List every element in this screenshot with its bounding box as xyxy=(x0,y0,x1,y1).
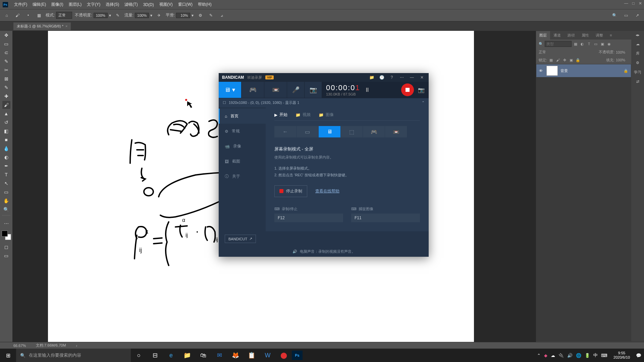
start-button[interactable]: ⊞ xyxy=(0,349,16,362)
taskview-icon[interactable]: ⊟ xyxy=(147,349,163,362)
move-tool[interactable]: ✥ xyxy=(2,31,10,39)
folder-icon[interactable]: 📁 xyxy=(368,75,375,80)
zoom-level[interactable]: 66.67% xyxy=(13,344,26,348)
menu-file[interactable]: 文件(F) xyxy=(11,2,30,7)
photoshop-taskbar-icon[interactable]: Ps xyxy=(292,351,303,360)
filter-shape-icon[interactable]: ▭ xyxy=(593,41,598,47)
mode-game-capture[interactable]: 🎮 xyxy=(363,126,385,137)
filter-toggle-icon[interactable]: ◉ xyxy=(606,41,612,47)
tray-pink-icon[interactable]: ◆ xyxy=(544,353,547,358)
stamp-tool[interactable]: ▲ xyxy=(2,110,10,118)
layer-visibility-icon[interactable]: 👁 xyxy=(539,69,544,73)
fill-value[interactable]: 100% xyxy=(616,58,629,62)
document-tab[interactable]: 未标题-1 @ 66.7%(RGB/8) * × xyxy=(13,22,71,30)
type-tool[interactable]: T xyxy=(2,171,10,179)
hand-tool[interactable]: ✋ xyxy=(2,197,10,205)
zoom-tool[interactable]: 🔍 xyxy=(2,205,10,214)
hotkey-capture-key[interactable]: F11 xyxy=(351,214,420,222)
tray-onedrive-icon[interactable]: ☁ xyxy=(551,353,555,358)
window-minimize[interactable]: — xyxy=(624,1,628,6)
learn-icon[interactable]: ⚙ xyxy=(636,61,639,65)
menu-layer[interactable]: 图层(L) xyxy=(66,2,85,7)
record-button[interactable] xyxy=(401,83,414,96)
menu-window[interactable]: 窗口(W) xyxy=(175,2,195,7)
tab-start[interactable]: ▶开始 xyxy=(274,112,287,118)
smooth-value[interactable]: 10% xyxy=(176,13,190,18)
clock-icon[interactable]: 🕐 xyxy=(378,75,385,80)
quick-mask[interactable]: ◻ xyxy=(2,243,10,251)
menu-3d[interactable]: 3D(D) xyxy=(141,2,157,7)
tab-layers[interactable]: 图层 xyxy=(536,31,550,40)
crop-tool[interactable]: ✂ xyxy=(2,66,10,74)
layer-lock-icon[interactable]: 🔒 xyxy=(624,69,628,73)
symmetry-icon[interactable]: ⦞ xyxy=(218,11,226,19)
bandicam-minimize[interactable]: — xyxy=(409,75,415,80)
share-icon[interactable]: ↗ xyxy=(633,11,641,19)
brush-icon[interactable]: 🖌 xyxy=(13,11,21,19)
layer-filter-input[interactable] xyxy=(545,41,572,47)
mode-back[interactable]: ← xyxy=(274,126,297,137)
bandicut-button[interactable]: BANDICUT↗ xyxy=(225,235,256,243)
hotkey-record-key[interactable]: F12 xyxy=(274,214,343,222)
pressure-size-icon[interactable]: ✎ xyxy=(207,11,215,19)
filter-type-icon[interactable]: T xyxy=(586,41,592,47)
mic-icon[interactable]: 🎤 xyxy=(287,82,305,98)
mode-rectangle[interactable]: ▭ xyxy=(297,126,319,137)
checkbox-icon[interactable]: ☐ xyxy=(223,101,226,105)
store-icon[interactable]: 🛍 xyxy=(195,349,211,362)
lock-pixels-icon[interactable]: 🖌 xyxy=(555,57,560,63)
pressure-opacity-icon[interactable]: ✎ xyxy=(114,11,122,19)
bandicam-taskbar-icon[interactable]: ⬤ xyxy=(276,349,292,362)
healing-tool[interactable]: ✚ xyxy=(2,92,10,100)
tray-expand-icon[interactable]: ⌃ xyxy=(537,353,541,358)
layer-thumbnail[interactable] xyxy=(546,66,558,76)
gradient-tool[interactable]: ■ xyxy=(2,136,10,144)
sticky-notes-icon[interactable]: 📋 xyxy=(244,349,260,362)
history-brush-tool[interactable]: ↺ xyxy=(2,118,10,126)
home-icon[interactable]: ⌂ xyxy=(3,11,11,19)
menu-view[interactable]: 视图(V) xyxy=(157,2,175,7)
statusbar-arrow-icon[interactable]: › xyxy=(76,344,77,348)
window-close[interactable]: ✕ xyxy=(639,1,642,6)
eyedropper-tool[interactable]: ✎ xyxy=(2,83,10,92)
color-swatches[interactable] xyxy=(2,231,11,240)
mode-fullscreen[interactable]: 🖥 xyxy=(319,126,341,137)
mode-screen[interactable]: 🖥 ▾ xyxy=(219,82,241,98)
sidebar-video[interactable]: 📹录像 xyxy=(219,139,266,154)
smooth-arrow-icon[interactable]: ▾ xyxy=(192,13,194,18)
airbrush-icon[interactable]: ✈ xyxy=(155,11,163,19)
library-icon[interactable]: ☁ xyxy=(636,42,640,46)
sidebar-general[interactable]: ⚙常规 xyxy=(219,124,266,139)
lock-all-icon[interactable]: 🔒 xyxy=(575,57,581,63)
bandicam-titlebar[interactable]: BANDICAM 班迪录屏 VIP 📁 🕐 ? ⋯ — ✕ xyxy=(219,73,429,82)
blend-mode-dropdown[interactable]: 正常 xyxy=(539,50,597,55)
stop-record-button[interactable]: 停止录制 xyxy=(274,185,307,197)
lock-transparent-icon[interactable]: ▦ xyxy=(548,57,554,63)
pen-tool[interactable]: ✒ xyxy=(2,162,10,170)
panel-menu-icon[interactable]: ≡ xyxy=(606,32,615,39)
tray-volume-icon[interactable]: 🔊 xyxy=(567,353,573,358)
menu-select[interactable]: 选择(S) xyxy=(103,2,122,7)
tray-usb-icon[interactable]: 🔌 xyxy=(558,353,564,358)
opacity-arrow-icon[interactable]: ▾ xyxy=(109,13,111,18)
webcam-icon[interactable]: 📷 xyxy=(305,82,322,98)
sidebar-home[interactable]: ⌂首页 xyxy=(219,109,266,124)
mode-device[interactable]: 📼 xyxy=(264,82,287,98)
tab-paths[interactable]: 路径 xyxy=(564,31,578,40)
brush-preset-icon[interactable]: • xyxy=(24,11,32,19)
brush-panel-icon[interactable]: ▦ xyxy=(35,11,43,19)
tab-adjustments[interactable]: 调整 xyxy=(592,31,606,40)
mode-dropdown[interactable]: 正常 xyxy=(56,12,72,19)
sidecol-library[interactable]: 库 xyxy=(636,51,640,56)
menu-help[interactable]: 帮助(H) xyxy=(195,2,214,7)
filter-pixel-icon[interactable]: ▦ xyxy=(573,41,578,47)
frame-tool[interactable]: ⊠ xyxy=(2,75,10,83)
smooth-options-icon[interactable]: ⚙ xyxy=(196,11,204,19)
wps-icon[interactable]: W xyxy=(260,349,276,362)
cortana-icon[interactable]: ○ xyxy=(131,349,147,362)
taskbar-search[interactable]: 🔍 在这里输入你要搜索的内容 xyxy=(16,349,131,362)
filter-smart-icon[interactable]: ▣ xyxy=(600,41,605,47)
option-icon[interactable]: ⇄ xyxy=(636,79,639,84)
menu-filter[interactable]: 滤镜(T) xyxy=(122,2,140,7)
more-icon[interactable]: ⋯ xyxy=(398,75,405,80)
